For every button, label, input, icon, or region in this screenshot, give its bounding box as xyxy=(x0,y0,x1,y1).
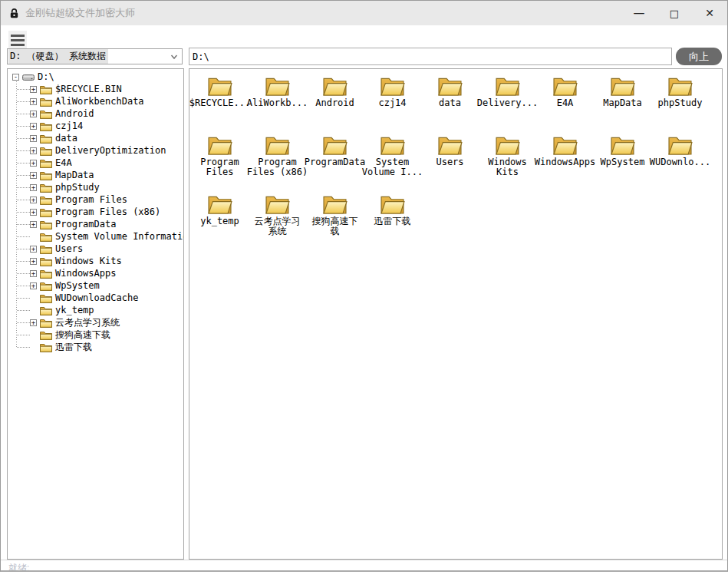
file-item[interactable]: MapData xyxy=(594,73,651,132)
folder-icon xyxy=(322,75,348,96)
tree-item[interactable]: + Users xyxy=(8,243,183,255)
tree-expander-icon[interactable]: + xyxy=(30,282,37,289)
tree-item[interactable]: + Android xyxy=(8,107,183,120)
file-item[interactable]: Program Files xyxy=(191,132,249,191)
tree-item[interactable]: + data xyxy=(8,132,183,144)
menu-button[interactable] xyxy=(8,31,27,49)
tree-item[interactable]: + AliWorkbenchData xyxy=(8,95,183,107)
tree-item-label: Users xyxy=(55,243,83,254)
up-button[interactable]: 向上 xyxy=(676,48,722,65)
tree-item[interactable]: + E4A xyxy=(8,157,183,169)
file-item[interactable]: AliWorkb... xyxy=(249,73,306,132)
tree-item[interactable]: + $RECYCLE.BIN xyxy=(8,83,183,95)
tree-item-label: 云考点学习系统 xyxy=(55,316,120,329)
status-text: 就绪: xyxy=(8,562,29,572)
tree-expander-icon[interactable]: + xyxy=(30,209,37,216)
tree-item[interactable]: + phpStudy xyxy=(8,181,183,193)
tree-expander-icon[interactable]: + xyxy=(30,86,37,93)
folder-icon xyxy=(40,256,52,266)
tree-item-label: DeliveryOptimization xyxy=(55,145,166,156)
tree-expander-icon[interactable]: + xyxy=(30,258,37,265)
maximize-button[interactable]: □ xyxy=(657,1,692,25)
file-item[interactable]: phpStudy xyxy=(651,73,709,132)
folder-icon xyxy=(265,75,290,96)
tree-item[interactable]: + System Volume Information xyxy=(8,230,183,243)
file-item[interactable]: Program Files (x86) xyxy=(249,132,306,191)
tree-expander-icon[interactable]: + xyxy=(30,135,37,142)
file-item[interactable]: data xyxy=(421,73,479,132)
tree-item[interactable]: + 云考点学习系统 xyxy=(8,316,183,329)
tree-expander-icon[interactable]: + xyxy=(30,246,37,253)
tree-expander-icon[interactable]: + xyxy=(30,123,37,130)
window-title: 金刚钻超级文件加密大师 xyxy=(25,6,135,20)
tree-expander-icon[interactable]: + xyxy=(30,98,37,105)
tree-item[interactable]: + ProgramData xyxy=(8,218,183,230)
folder-icon xyxy=(40,84,52,94)
file-item[interactable]: 云考点学习 系统 xyxy=(249,191,306,250)
tree-root-item[interactable]: - D:\ xyxy=(8,71,183,83)
close-button[interactable]: ✕ xyxy=(692,1,727,25)
file-item[interactable]: System Volume I... xyxy=(364,132,421,191)
file-item[interactable]: WUDownlo... xyxy=(651,132,709,191)
folder-icon xyxy=(380,134,405,155)
drive-icon xyxy=(22,73,35,81)
tree-item[interactable]: + 搜狗高速下载 xyxy=(8,329,183,341)
file-item[interactable]: E4A xyxy=(536,73,594,132)
folder-icon xyxy=(437,75,463,96)
tree-item[interactable]: + Windows Kits xyxy=(8,255,183,267)
folder-tree-panel[interactable]: - D:\ + $RECYCLE.BIN + AliWorkbenchData … xyxy=(7,68,184,560)
file-item[interactable]: Delivery... xyxy=(479,73,536,132)
tree-item-label: AliWorkbenchData xyxy=(55,96,144,107)
file-item[interactable]: Android xyxy=(306,73,364,132)
file-item[interactable]: yk_temp xyxy=(191,191,249,250)
file-item[interactable]: 搜狗高速下 载 xyxy=(306,191,364,250)
folder-icon xyxy=(40,207,52,217)
tree-item-label: ProgramData xyxy=(55,219,116,230)
tree-item[interactable]: + Program Files xyxy=(8,193,183,206)
tree-expander-icon[interactable]: + xyxy=(30,147,37,154)
tree-expander-icon[interactable]: + xyxy=(30,197,37,203)
address-input[interactable] xyxy=(189,48,672,65)
tree-item-label: data xyxy=(55,133,77,144)
files-panel[interactable]: $RECYCLE... AliWorkb... Android czj14 da… xyxy=(189,68,723,560)
folder-icon xyxy=(552,134,578,155)
tree-expander-icon[interactable]: + xyxy=(30,184,37,191)
drive-selector[interactable]: D: （硬盘） 系统数据 xyxy=(7,48,183,64)
tree-item[interactable]: + MapData xyxy=(8,169,183,181)
tree-item-label: Program Files xyxy=(55,194,127,205)
tree-item-label: czj14 xyxy=(55,121,83,131)
tree-item[interactable]: + WpSystem xyxy=(8,279,183,292)
folder-icon xyxy=(265,193,290,214)
chevron-down-icon xyxy=(170,52,179,61)
tree-expander-icon[interactable]: + xyxy=(30,172,37,179)
file-item[interactable]: WindowsApps xyxy=(536,132,594,191)
tree-item[interactable]: + Program Files (x86) xyxy=(8,206,183,218)
folder-icon xyxy=(40,170,52,180)
tree-item[interactable]: + yk_temp xyxy=(8,304,183,316)
tree-expander-icon[interactable]: + xyxy=(30,111,37,117)
tree-item[interactable]: + DeliveryOptimization xyxy=(8,144,183,157)
file-item[interactable]: Windows Kits xyxy=(479,132,536,191)
tree-item[interactable]: + WUDownloadCache xyxy=(8,292,183,304)
tree-item[interactable]: + WindowsApps xyxy=(8,267,183,279)
minimize-button[interactable]: — xyxy=(621,1,657,25)
file-item[interactable]: ProgramData xyxy=(306,132,364,191)
tree-expander-icon[interactable]: + xyxy=(30,319,37,326)
folder-icon xyxy=(40,195,52,205)
file-item[interactable]: WpSystem xyxy=(594,132,651,191)
file-item[interactable]: Users xyxy=(421,132,479,191)
file-item[interactable]: $RECYCLE... xyxy=(191,73,249,132)
file-item[interactable]: 迅雷下载 xyxy=(364,191,421,250)
tree-expander-icon[interactable]: + xyxy=(30,221,37,228)
tree-item[interactable]: + 迅雷下载 xyxy=(8,341,183,353)
tree-expander-icon[interactable]: + xyxy=(30,160,37,167)
tree-item-label: phpStudy xyxy=(55,182,100,193)
tree-item[interactable]: + czj14 xyxy=(8,120,183,132)
file-item[interactable]: czj14 xyxy=(364,73,421,132)
drive-selector-value: D: （硬盘） 系统数据 xyxy=(8,49,108,64)
tree-root-collapse-icon[interactable]: - xyxy=(12,74,19,81)
tree-expander-icon[interactable]: + xyxy=(30,270,37,277)
tree-items: + $RECYCLE.BIN + AliWorkbenchData + Andr… xyxy=(8,83,183,353)
tree-item-label: 搜狗高速下载 xyxy=(55,329,110,342)
folder-icon xyxy=(437,134,463,155)
